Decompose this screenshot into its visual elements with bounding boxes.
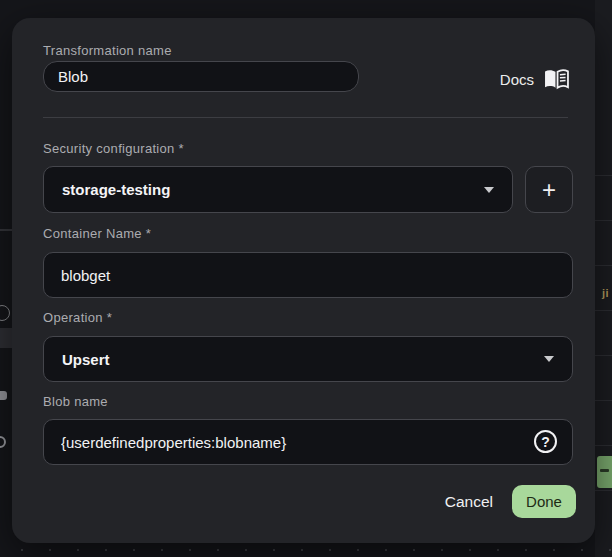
section-divider — [43, 117, 568, 118]
container-name-input[interactable] — [43, 252, 573, 298]
background-row-divider — [595, 445, 612, 446]
background-circle-icon — [0, 305, 10, 321]
transformation-name-label: Transformation name — [43, 43, 172, 58]
docs-link-label: Docs — [500, 71, 534, 88]
blob-name-label: Blob name — [43, 394, 108, 409]
chevron-down-icon — [484, 187, 494, 193]
transformation-settings-modal: Transformation name Docs Security config… — [12, 18, 595, 543]
book-open-icon — [544, 69, 569, 90]
cancel-button[interactable]: Cancel — [445, 493, 493, 511]
blob-name-input[interactable] — [43, 419, 573, 465]
background-green-node — [597, 456, 612, 488]
background-row-divider — [595, 265, 612, 266]
security-configuration-select[interactable]: storage-testing — [43, 166, 513, 213]
background-row-divider — [595, 355, 612, 356]
transformation-name-input[interactable] — [43, 61, 359, 92]
add-security-configuration-button[interactable]: + — [525, 166, 573, 213]
security-configuration-value: storage-testing — [44, 181, 170, 198]
modal-footer: Cancel Done — [445, 485, 576, 518]
chevron-down-icon — [544, 356, 554, 362]
done-button[interactable]: Done — [512, 485, 576, 518]
operation-label: Operation * — [43, 310, 112, 325]
background-row-divider — [595, 220, 612, 221]
background-row-divider — [595, 400, 612, 401]
docs-link[interactable]: Docs — [500, 67, 569, 91]
background-left-divider — [0, 229, 12, 231]
background-row-divider — [595, 175, 612, 176]
security-configuration-label: Security configuration * — [43, 141, 184, 156]
operation-select[interactable]: Upsert — [43, 336, 573, 382]
background-row-divider — [595, 310, 612, 311]
container-name-label: Container Name * — [43, 226, 151, 241]
question-mark-icon[interactable]: ? — [534, 430, 557, 453]
flow-canvas-dot-grid — [0, 544, 612, 557]
background-partial-circle — [0, 436, 6, 448]
operation-value: Upsert — [44, 351, 110, 368]
blob-name-field: ? — [43, 419, 573, 465]
background-green-node-dash — [600, 469, 609, 472]
background-left-dot — [0, 391, 7, 400]
background-panel-text: ji — [602, 287, 609, 299]
background-row-divider — [595, 490, 612, 491]
